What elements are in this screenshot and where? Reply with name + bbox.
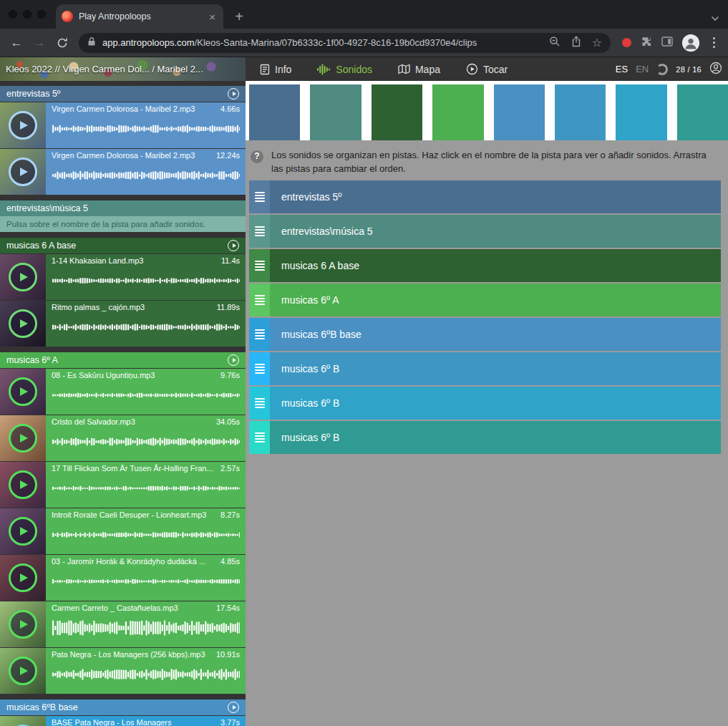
track-play-button[interactable] xyxy=(228,702,239,713)
track-row[interactable]: musicas 6º B xyxy=(249,387,721,420)
track-drag-handle[interactable] xyxy=(249,180,270,213)
clip-thumbnail[interactable] xyxy=(0,301,46,347)
clip-row[interactable]: Virgen Carmen Dolorosa - Maribel 2.mp312… xyxy=(0,149,246,195)
share-icon[interactable] xyxy=(571,36,581,50)
clip-waveform[interactable] xyxy=(52,519,240,551)
track-row[interactable]: entrevistas 5º xyxy=(249,180,721,213)
minimize-window-button[interactable] xyxy=(23,10,31,19)
reload-icon[interactable] xyxy=(52,32,73,54)
track-color-swatch[interactable] xyxy=(555,84,606,140)
clip-row[interactable]: BASE Pata Negra - Los Managers3.77s xyxy=(0,716,246,726)
track-color-swatch[interactable] xyxy=(494,84,545,140)
new-tab-button[interactable]: + xyxy=(229,6,249,26)
track-drag-handle[interactable] xyxy=(249,284,270,316)
track-drag-handle[interactable] xyxy=(249,318,270,351)
clip-thumbnail[interactable] xyxy=(0,555,46,601)
clip-thumbnail[interactable] xyxy=(0,648,46,694)
sidebar-track-header[interactable]: musicas 6º A xyxy=(0,352,246,368)
clip-waveform[interactable] xyxy=(52,379,240,411)
tab-info[interactable]: Info xyxy=(260,64,291,75)
sidebar-track-header[interactable]: entrevistas 5º xyxy=(0,86,246,102)
clip-waveform[interactable] xyxy=(52,659,240,690)
track-color-swatch[interactable] xyxy=(249,84,300,140)
address-bar[interactable]: app.antropoloops.com/Kleos-Santa-Marina/… xyxy=(79,33,611,53)
clip-thumbnail[interactable] xyxy=(0,601,46,647)
track-row-body[interactable]: musicas 6º B xyxy=(270,387,721,420)
track-row-body[interactable]: musicas 6 A base xyxy=(270,249,721,282)
track-drag-handle[interactable] xyxy=(249,215,270,248)
track-row[interactable]: musicas 6º B xyxy=(249,421,721,454)
track-row-body[interactable]: entrevistas 5º xyxy=(270,180,721,213)
clip-waveform[interactable] xyxy=(52,113,240,145)
sidebar-track-header[interactable]: musicas 6 A base xyxy=(0,238,246,253)
clip-play-button[interactable] xyxy=(9,377,37,406)
clip-thumbnail[interactable] xyxy=(0,254,46,300)
tab-search-chevron-icon[interactable] xyxy=(711,11,719,24)
track-play-button[interactable] xyxy=(228,88,239,100)
track-row[interactable]: musicas 6 A base xyxy=(249,249,721,282)
clip-row[interactable]: Virgen Carmen Dolorosa - Maribel 2.mp34.… xyxy=(0,102,246,148)
clip-waveform[interactable] xyxy=(52,311,240,343)
clip-row[interactable]: Pata Negra - Los Managers (256 kbps).mp3… xyxy=(0,648,246,694)
clip-waveform[interactable] xyxy=(52,612,240,644)
clip-play-button[interactable] xyxy=(9,470,37,499)
track-drag-handle[interactable] xyxy=(249,421,270,454)
track-drag-handle[interactable] xyxy=(249,249,270,282)
side-panel-icon[interactable] xyxy=(661,37,673,49)
zoom-window-button[interactable] xyxy=(37,10,46,19)
clip-row[interactable]: 03 - Jaromír Horák & Konrádyho dudácká .… xyxy=(0,555,246,601)
track-play-button[interactable] xyxy=(228,240,239,251)
clip-waveform[interactable] xyxy=(52,160,240,191)
back-icon[interactable]: ← xyxy=(6,32,27,54)
track-row[interactable]: entrevistas\música 5 xyxy=(249,215,721,248)
lang-es-button[interactable]: ES xyxy=(616,64,628,74)
track-row-body[interactable]: musicas 6ºB base xyxy=(270,318,721,351)
clip-waveform[interactable] xyxy=(52,473,240,504)
clip-play-button[interactable] xyxy=(9,263,37,291)
tab-tocar[interactable]: Tocar xyxy=(466,63,508,75)
sidebar-track-header[interactable]: musicas 6ºB base xyxy=(0,700,246,715)
clip-play-button[interactable] xyxy=(9,424,37,452)
track-row-body[interactable]: musicas 6º B xyxy=(270,352,721,385)
extensions-puzzle-icon[interactable] xyxy=(641,36,652,50)
clip-thumbnail[interactable] xyxy=(0,716,46,726)
clip-thumbnail[interactable] xyxy=(0,369,46,415)
breadcrumb[interactable]: Kleos 2022 // Virgen Carmen Dol... / Mar… xyxy=(0,57,246,81)
clip-thumbnail[interactable] xyxy=(0,508,46,554)
clip-play-button[interactable] xyxy=(9,309,37,338)
track-play-button[interactable] xyxy=(228,354,239,366)
clip-row[interactable]: 08 - Es Sakūru Uguntiņu.mp39.76s xyxy=(0,369,246,415)
clip-row[interactable]: Cristo del Salvador.mp334.05s xyxy=(0,415,246,461)
recording-extension-icon[interactable] xyxy=(622,38,631,47)
track-row[interactable]: musicas 6º A xyxy=(249,284,721,316)
lang-en-button[interactable]: EN xyxy=(636,64,649,74)
clip-waveform[interactable] xyxy=(52,566,240,597)
clip-play-button[interactable] xyxy=(9,111,37,140)
track-color-swatch[interactable] xyxy=(310,84,361,140)
track-row-body[interactable]: musicas 6º B xyxy=(270,421,721,454)
clip-row[interactable]: Introit Rorate Caeli Desuper - Lionheart… xyxy=(0,508,246,554)
track-row[interactable]: musicas 6ºB base xyxy=(249,318,721,351)
clip-thumbnail[interactable] xyxy=(0,415,46,461)
close-window-button[interactable] xyxy=(9,10,17,19)
clip-waveform[interactable] xyxy=(52,426,240,458)
profile-avatar[interactable] xyxy=(682,34,699,52)
clip-row[interactable]: 17 Till Flickan Som Är Tusen År-Halling … xyxy=(0,462,246,508)
track-row[interactable]: musicas 6º B xyxy=(249,352,721,385)
track-color-swatch[interactable] xyxy=(677,84,728,140)
zoom-icon[interactable] xyxy=(549,36,560,50)
clip-waveform[interactable] xyxy=(52,265,240,296)
track-color-swatch[interactable] xyxy=(616,84,666,140)
clip-thumbnail[interactable] xyxy=(0,102,46,148)
sidebar-track-header[interactable]: entrevistas\música 5 xyxy=(0,200,246,216)
tab-sonidos[interactable]: Sonidos xyxy=(317,64,372,75)
tab-close-icon[interactable]: × xyxy=(207,11,218,23)
browser-tab[interactable]: Play Antropoloops × xyxy=(56,4,223,29)
clip-play-button[interactable] xyxy=(9,563,37,592)
track-color-swatch[interactable] xyxy=(432,84,483,140)
clip-row[interactable]: 1-14 Khakasian Land.mp311.4s xyxy=(0,254,246,300)
clip-play-button[interactable] xyxy=(9,610,37,639)
clip-thumbnail[interactable] xyxy=(0,462,46,508)
browser-menu-kebab-icon[interactable] xyxy=(709,36,719,49)
track-color-swatch[interactable] xyxy=(372,84,422,140)
